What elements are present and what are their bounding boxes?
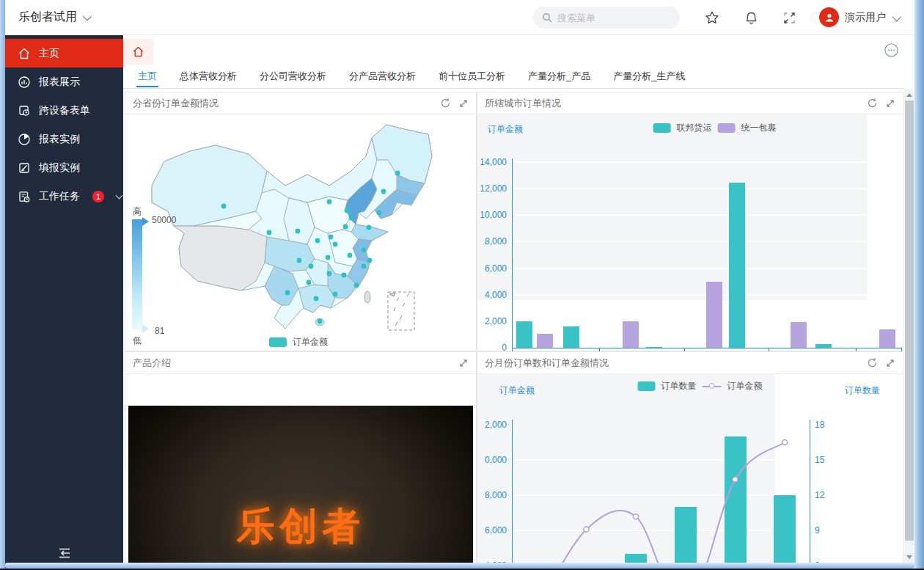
tab-0[interactable]: 主页: [136, 65, 158, 87]
city-orders-chart[interactable]: 02,0004,0006,0008,00010,00012,00014,000朝…: [477, 114, 903, 351]
china-map[interactable]: 高 50000 81 低 订单金额: [125, 114, 476, 351]
scroll-up-arrow[interactable]: [906, 93, 912, 97]
home-tab[interactable]: [123, 39, 153, 65]
app-window: 乐创者试用 演示用户 主页报表展示跨设备表单报表实例填报实例工作: [0, 0, 924, 570]
panel-title: 分省份订单金额情况: [133, 97, 219, 110]
expand-icon[interactable]: [885, 358, 895, 368]
home-icon: [18, 47, 31, 60]
expand-icon[interactable]: [458, 358, 469, 368]
legend-line-marker: [703, 386, 722, 387]
bar[interactable]: [516, 321, 532, 348]
expand-icon[interactable]: [458, 98, 469, 109]
y-tick-label: 4,000: [477, 290, 507, 300]
left-tick-label: 2,000: [477, 420, 507, 430]
bar[interactable]: [725, 436, 747, 563]
refresh-icon[interactable]: [867, 357, 878, 368]
user-menu-chevron-icon[interactable]: [892, 12, 902, 22]
bar[interactable]: [706, 282, 722, 348]
product-image: 乐创者: [128, 406, 473, 563]
visualmap-low-label: 低: [133, 335, 142, 347]
horizontal-scrollbar[interactable]: [5, 563, 914, 569]
brand-menu[interactable]: 乐创者试用: [18, 10, 89, 25]
right-axis-line: [810, 420, 810, 563]
y-tick-label: 10,000: [477, 210, 507, 220]
sidebar-item-label: 工作任务: [39, 190, 80, 203]
bar[interactable]: [729, 183, 745, 348]
panel-city-orders: 所辖城市订单情况 02,0004,0006,0008,00010,00012,0…: [477, 92, 903, 351]
user-avatar[interactable]: [819, 7, 839, 27]
refresh-icon[interactable]: [440, 98, 451, 109]
bar[interactable]: [646, 347, 662, 348]
sidebar-item-1[interactable]: 报表展示: [5, 67, 123, 96]
y-tick-label: 6,000: [477, 263, 507, 274]
tab-3[interactable]: 分产品营收分析: [348, 65, 417, 87]
y-axis-line: [512, 158, 513, 348]
visualmap-gradient[interactable]: [132, 219, 142, 329]
sidebar-collapse-button[interactable]: [5, 542, 123, 564]
search-box[interactable]: [533, 7, 680, 29]
y-tick-label: 12,000: [477, 183, 507, 194]
page-tabs: 主页总体营收分析分公司营收分析分产品营收分析前十位员工分析产量分析_产品产量分析…: [123, 65, 905, 89]
gridline: [512, 530, 810, 531]
map-legend[interactable]: 订单金额: [269, 336, 328, 348]
visualmap-min-handle[interactable]: [142, 324, 149, 333]
bar[interactable]: [791, 322, 807, 348]
content-scrollbar[interactable]: [904, 89, 914, 563]
refresh-icon[interactable]: [867, 98, 878, 109]
task-badge: 1: [92, 191, 104, 202]
right-axis-title: 订单数量: [845, 384, 880, 397]
chart-legend[interactable]: 订单数量订单金额: [638, 380, 763, 392]
open-tabs-strip: [123, 35, 905, 65]
bar[interactable]: [623, 321, 639, 348]
tab-2[interactable]: 分公司营收分析: [258, 65, 328, 87]
notification-bell-icon[interactable]: [742, 9, 760, 26]
scroll-down-arrow[interactable]: [906, 555, 912, 559]
tab-5[interactable]: 产量分析_产品: [527, 65, 592, 87]
bar[interactable]: [774, 495, 796, 563]
sidebar-item-5[interactable]: 工作任务1: [5, 182, 123, 211]
tab-6[interactable]: 产量分析_生产线: [612, 65, 686, 87]
device-form-icon: [18, 104, 31, 117]
sidebar-item-4[interactable]: 填报实例: [5, 153, 123, 182]
bar[interactable]: [879, 329, 895, 348]
sidebar-item-label: 跨设备表单: [39, 104, 90, 117]
product-image-text: 乐创者: [237, 501, 364, 552]
sidebar-item-3[interactable]: 报表实例: [5, 125, 123, 153]
bar[interactable]: [815, 344, 832, 348]
panel-product-intro: 产品介绍 乐创者: [125, 351, 477, 563]
sidebar-item-label: 报表实例: [39, 133, 80, 146]
tab-1[interactable]: 总体营收分析: [178, 65, 238, 87]
left-tick-label: 6,000: [477, 525, 507, 536]
fullscreen-icon[interactable]: [780, 9, 798, 26]
legend-swatch: [653, 123, 671, 133]
legend-label: 联邦货运: [677, 122, 712, 134]
tab-more-icon[interactable]: [884, 43, 899, 58]
sidebar-item-2[interactable]: 跨设备表单: [5, 96, 123, 125]
sidebar: 主页报表展示跨设备表单报表实例填报实例工作任务1: [5, 35, 123, 570]
gridline: [512, 214, 901, 216]
visualmap-max-handle[interactable]: [142, 217, 149, 226]
monthly-combo-chart[interactable]: 2,0000,0008,0006,0004,00018151296订单金额订单数…: [477, 374, 903, 563]
sidebar-item-0[interactable]: 主页: [5, 39, 123, 67]
tab-4[interactable]: 前十位员工分析: [437, 65, 507, 87]
legend-line-circle: [709, 383, 715, 389]
gridline: [512, 161, 901, 163]
legend-label: 订单金额: [727, 380, 763, 392]
pie-chart-icon: [18, 133, 31, 146]
legend-swatch: [269, 337, 287, 347]
expand-icon[interactable]: [885, 98, 895, 109]
y-axis-title: 订单金额: [488, 123, 523, 136]
left-axis-line: [512, 420, 513, 563]
favorite-star-icon[interactable]: [703, 9, 721, 26]
bar[interactable]: [563, 326, 579, 348]
bar[interactable]: [675, 507, 697, 563]
plot-background: [477, 114, 867, 300]
gridline: [512, 459, 810, 461]
scrollbar-thumb[interactable]: [905, 101, 914, 541]
chart-legend[interactable]: 联邦货运统一包裹: [653, 122, 777, 134]
topbar: 乐创者试用 演示用户: [5, 0, 914, 35]
bar[interactable]: [537, 334, 553, 348]
left-tick-label: 0,000: [477, 455, 507, 465]
search-input[interactable]: [557, 12, 660, 23]
visualmap-min-label: 81: [155, 326, 164, 336]
